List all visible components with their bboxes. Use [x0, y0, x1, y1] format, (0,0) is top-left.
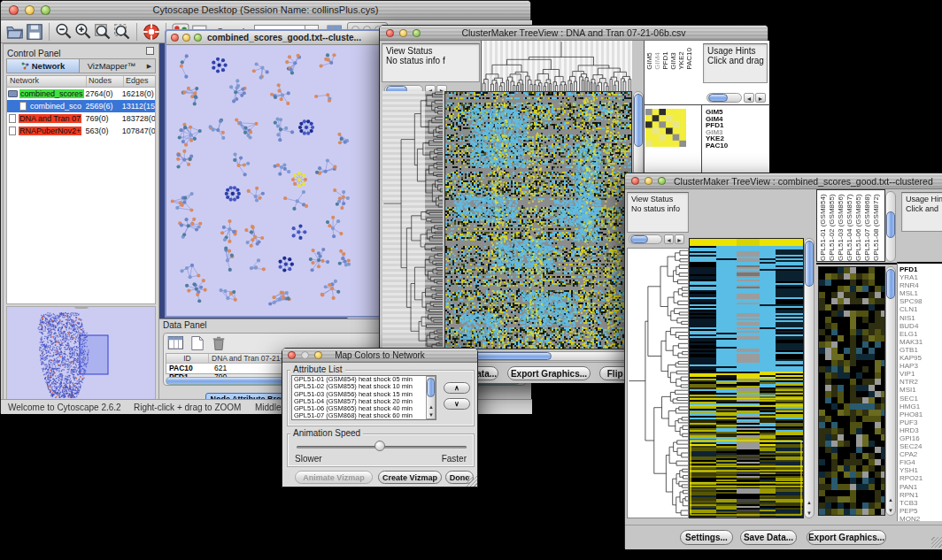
tv2-gene-label[interactable]: PHO81 [898, 410, 942, 418]
close-icon[interactable] [171, 34, 179, 42]
tv1-column-label[interactable]: GIM4 [654, 48, 661, 70]
tv1-mini-heatmap[interactable] [645, 109, 686, 147]
network-table-row[interactable]: DNA and Tran 07 769(0) 183728(0) [7, 112, 155, 125]
tab-vizmapper[interactable]: VizMapper™ [80, 59, 143, 73]
scroll-right-icon[interactable]: ► [755, 93, 766, 103]
attribute-listbox[interactable]: GPL51-01 (GSM854) heat shock 05 minGPL51… [291, 375, 436, 420]
select-attributes-icon[interactable] [167, 335, 187, 355]
tv2-status-scrollbar[interactable] [629, 234, 662, 244]
tv2-gene-label[interactable]: CPA2 [898, 450, 942, 458]
minimize-icon[interactable] [182, 34, 190, 42]
tv2-heatmap[interactable] [689, 238, 804, 518]
treeview1-titlebar[interactable]: ClusterMaker TreeView : DNA and Tran 07-… [380, 26, 768, 41]
save-icon[interactable] [25, 22, 44, 42]
attribute-list-scrollbar[interactable]: ▲ ▼ [426, 376, 436, 419]
tv2-column-label[interactable]: GPL51-02 (GSM855) [829, 192, 836, 261]
tv2-gene-label[interactable]: PFD1 [898, 265, 942, 273]
tv2-gene-label[interactable]: CLN1 [898, 305, 942, 313]
move-up-button[interactable]: ∧ [444, 382, 470, 394]
zoom-window-icon[interactable] [194, 34, 202, 42]
scroll-left-icon[interactable]: ◄ [664, 234, 674, 244]
tv2-gene-label[interactable]: ELG1 [898, 330, 942, 338]
tv1-column-label[interactable]: PAC10 [686, 48, 693, 70]
tv2-gene-label[interactable]: PAN1 [898, 483, 942, 491]
tv1-column-label[interactable]: YKE2 [678, 48, 685, 70]
tv2-gene-label[interactable]: RNR4 [898, 281, 942, 289]
zoom-fit-icon[interactable] [93, 22, 112, 42]
tv2-gene-label[interactable]: NTR2 [898, 378, 942, 386]
tv2-zoom-heatmap[interactable] [818, 266, 885, 516]
tab-overflow-arrow-icon[interactable]: ▶ [143, 59, 155, 73]
zoom-in-icon[interactable] [73, 22, 93, 42]
tv2-column-label[interactable]: GPL51-04 (GSM857) [846, 192, 853, 261]
network-canvas[interactable] [166, 45, 380, 316]
tv1-usage-scrollbar[interactable] [706, 93, 742, 103]
tv2-row-dendrogram[interactable] [627, 248, 689, 518]
open-folder-icon[interactable] [5, 22, 25, 42]
tv1-column-label[interactable]: GIM5 [646, 48, 653, 70]
tv1-gene-label[interactable]: PAC10 [704, 142, 728, 150]
zoom-selected-icon[interactable] [112, 22, 132, 42]
tv2-gene-label[interactable]: RPO21 [898, 474, 942, 482]
col-network[interactable]: Network [7, 76, 87, 87]
tv2-gene-label[interactable]: MAK31 [898, 338, 942, 346]
scroll-right-icon[interactable]: ► [675, 234, 684, 244]
network-table-row[interactable]: combined_scores 2764(0) 16218(0) [7, 88, 155, 100]
tv2-gene-label[interactable]: MSI1 [898, 386, 942, 394]
birdseye-view[interactable] [6, 306, 156, 403]
tv2-zoom-vscrollbar[interactable]: ▲▼ [885, 266, 896, 516]
tv2-gene-label[interactable]: NIS1 [898, 314, 942, 322]
tv2-gene-label[interactable]: MON2 [898, 515, 942, 521]
scroll-up-icon[interactable]: ▲ [429, 404, 434, 410]
tv2-gene-label[interactable]: HAP3 [898, 362, 942, 370]
splitter-handle[interactable] [74, 306, 89, 309]
zoom-out-icon[interactable] [54, 22, 73, 42]
main-titlebar[interactable]: Cytoscape Desktop (Session Name: collins… [1, 1, 530, 20]
tv2-settings-button[interactable]: Settings... [680, 530, 733, 545]
scroll-down-icon[interactable]: ▼ [429, 412, 434, 418]
treeview2-titlebar[interactable]: ClusterMaker TreeView : combined_scores_… [625, 173, 942, 189]
tv2-gene-label[interactable]: BUD4 [898, 322, 942, 330]
tv1-heatmap[interactable] [444, 91, 632, 349]
network-frame-titlebar[interactable]: combined_scores_good.txt--cluste... [166, 31, 382, 45]
scroll-down-icon[interactable]: ▼ [807, 510, 812, 516]
tv2-save-data-button[interactable]: Save Data... [740, 530, 797, 545]
birdseye-canvas[interactable] [7, 307, 155, 402]
tv2-gene-label[interactable]: YRA1 [898, 273, 942, 281]
tv2-gene-label[interactable]: PUF3 [898, 418, 942, 426]
tv2-column-label[interactable]: GPL51-01 (GSM854) [820, 192, 827, 261]
attribute-list-item[interactable]: GPL51-07 (GSM868) heat shock 60 min [292, 412, 423, 419]
resize-grip[interactable] [931, 537, 942, 548]
tv2-gene-label[interactable]: KAP95 [898, 354, 942, 362]
tv2-gene-label[interactable]: RPN1 [898, 491, 942, 499]
tv1-column-label[interactable]: PFD1 [662, 48, 669, 70]
tv2-column-label[interactable]: GPL51-07 (GSM868) [864, 192, 871, 261]
data-col-id[interactable]: ID [166, 354, 209, 363]
float-panel-icon[interactable] [146, 47, 154, 55]
tv2-gene-label[interactable]: SPC98 [898, 297, 942, 305]
tv2-labels-scrollbar[interactable] [885, 191, 896, 262]
col-edges[interactable]: Edges [124, 76, 155, 87]
help-icon[interactable] [142, 22, 161, 42]
move-down-button[interactable]: ∨ [444, 398, 470, 410]
col-nodes[interactable]: Nodes [87, 76, 124, 87]
tv2-gene-label[interactable]: MSL1 [898, 289, 942, 297]
tv2-gene-label[interactable]: GPI16 [898, 434, 942, 442]
dialog-titlebar[interactable]: Map Colors to Network [282, 349, 477, 363]
animate-vizmap-button[interactable]: Animate Vizmap [295, 471, 373, 484]
resize-grip[interactable] [467, 476, 477, 487]
tv2-gene-label[interactable]: HMG1 [898, 403, 942, 410]
scroll-up-icon[interactable]: ▲ [888, 497, 893, 502]
scroll-up-icon[interactable]: ▲ [807, 500, 812, 505]
new-attribute-icon[interactable] [189, 335, 208, 355]
tv1-column-dendrogram[interactable] [481, 41, 632, 91]
tv2-gene-label[interactable]: SEC1 [898, 395, 942, 403]
tv2-gene-label[interactable]: GTB1 [898, 346, 942, 354]
tv2-column-label[interactable]: GPL51-03 (GSM856) [838, 192, 845, 261]
tv2-gene-label[interactable]: VIP1 [898, 370, 942, 378]
tv2-gene-label[interactable]: TCB3 [898, 499, 942, 507]
tv2-gene-label[interactable]: FIG4 [898, 458, 942, 466]
tv2-gene-label[interactable]: YSH1 [898, 466, 942, 474]
tv2-heatmap-vscrollbar[interactable]: ▲▼ [804, 238, 815, 518]
tv2-gene-label[interactable]: HRD3 [898, 426, 942, 434]
